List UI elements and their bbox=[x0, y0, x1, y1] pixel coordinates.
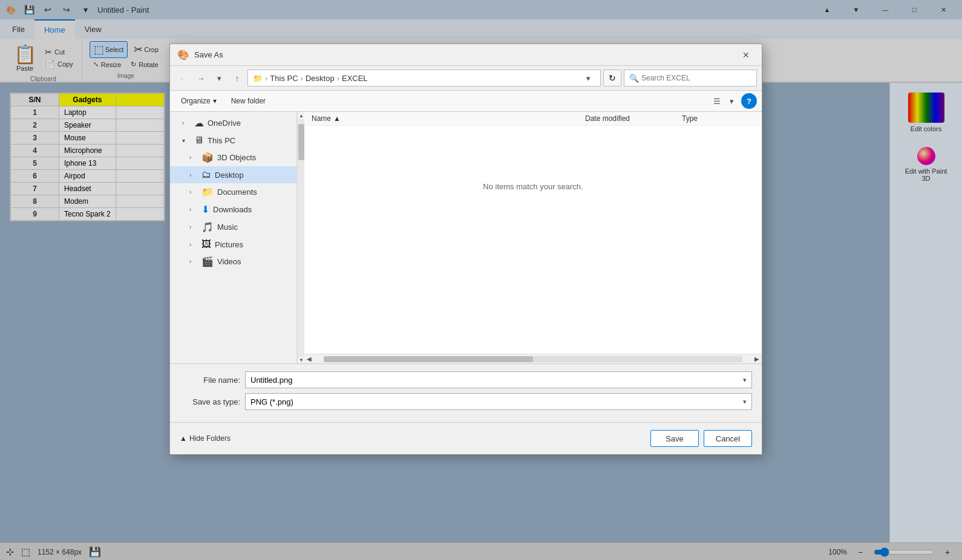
cancel-btn[interactable]: Cancel bbox=[704, 430, 752, 447]
hide-folders-btn[interactable]: ▲ Hide Folders bbox=[180, 434, 231, 443]
search-input[interactable] bbox=[641, 74, 751, 82]
h-scroll-right[interactable]: ▶ bbox=[752, 354, 762, 364]
save-btn[interactable]: Save bbox=[650, 430, 699, 447]
expand-desktop: › bbox=[189, 172, 198, 178]
refresh-btn[interactable]: ↻ bbox=[603, 70, 621, 86]
3dobjects-label: 3D Objects bbox=[217, 153, 256, 162]
dialog-title-icon: 🎨 bbox=[177, 49, 189, 60]
desktop-icon: 🗂 bbox=[201, 169, 211, 180]
filename-label: File name: bbox=[180, 376, 240, 385]
dialog-close-btn[interactable]: ✕ bbox=[738, 48, 754, 62]
scroll-thumb[interactable] bbox=[298, 124, 304, 160]
expand-3d: › bbox=[189, 154, 198, 161]
sidebar-item-pictures[interactable]: › 🖼 Pictures bbox=[170, 236, 296, 253]
view-list-btn[interactable]: ☰ bbox=[710, 94, 724, 108]
col-type[interactable]: Type bbox=[682, 114, 754, 123]
dialog-sidebar: › ☁ OneDrive ▾ 🖥 This PC › 📦 3D Objects … bbox=[170, 112, 297, 363]
sidebar-item-videos[interactable]: › 🎬 Videos bbox=[170, 253, 296, 270]
filename-value: Untitled.png bbox=[250, 376, 292, 385]
search-icon: 🔍 bbox=[629, 74, 639, 83]
savetype-label: Save as type: bbox=[180, 397, 240, 406]
filename-dropdown-icon: ▾ bbox=[743, 376, 747, 384]
videos-icon: 🎬 bbox=[201, 256, 214, 267]
organize-label: Organize bbox=[181, 97, 211, 105]
new-folder-label: New folder bbox=[231, 97, 266, 105]
savetype-value: PNG (*.png) bbox=[250, 397, 293, 406]
type-col-label: Type bbox=[682, 114, 698, 123]
scroll-down-btn[interactable]: ▼ bbox=[298, 356, 305, 363]
dialog-title-bar: 🎨 Save As ✕ bbox=[170, 44, 762, 66]
date-col-label: Date modified bbox=[585, 114, 630, 123]
sidebar-item-3dobjects[interactable]: › 📦 3D Objects bbox=[170, 149, 296, 166]
expand-docs: › bbox=[189, 189, 198, 195]
dialog-body: › ☁ OneDrive ▾ 🖥 This PC › 📦 3D Objects … bbox=[170, 112, 762, 363]
folder-icon: 📁 bbox=[253, 74, 263, 83]
sidebar-item-downloads[interactable]: › ⬇ Downloads bbox=[170, 201, 296, 218]
breadcrumb-excel[interactable]: EXCEL bbox=[342, 74, 368, 83]
view-dropdown-btn[interactable]: ▾ bbox=[724, 94, 739, 108]
savetype-dropdown-icon: ▾ bbox=[743, 398, 747, 406]
sidebar-item-desktop[interactable]: › 🗂 Desktop bbox=[170, 166, 296, 183]
address-dropdown-btn[interactable]: ▾ bbox=[581, 70, 595, 86]
up-dir-btn[interactable]: ↑ bbox=[229, 70, 245, 86]
dialog-filename-area: File name: Untitled.png ▾ Save as type: … bbox=[170, 363, 762, 422]
filename-row: File name: Untitled.png ▾ bbox=[180, 371, 752, 388]
expand-videos: › bbox=[189, 258, 198, 265]
dialog-action-btns: Save Cancel bbox=[650, 430, 752, 447]
toolbar-right: ☰ ▾ ? bbox=[710, 93, 757, 109]
breadcrumb-desktop[interactable]: Desktop bbox=[306, 74, 335, 83]
sidebar-item-onedrive[interactable]: › ☁ OneDrive bbox=[170, 114, 296, 132]
hide-folders-icon: ▲ bbox=[180, 434, 187, 443]
music-label: Music bbox=[217, 223, 238, 232]
onedrive-icon: ☁ bbox=[194, 117, 204, 129]
savetype-input[interactable]: PNG (*.png) ▾ bbox=[245, 393, 752, 410]
dropdown-recent-btn[interactable]: ▾ bbox=[211, 70, 227, 86]
dialog-title-text: Save As bbox=[194, 50, 733, 59]
expand-pics: › bbox=[189, 241, 198, 248]
address-bar[interactable]: 📁 › This PC › Desktop › EXCEL ▾ bbox=[247, 70, 601, 86]
filename-input[interactable]: Untitled.png ▾ bbox=[245, 371, 752, 388]
h-scroll-thumb[interactable] bbox=[324, 356, 533, 362]
breadcrumb-thispc[interactable]: This PC bbox=[270, 74, 298, 83]
music-icon: 🎵 bbox=[201, 221, 214, 233]
expand-icon: › bbox=[182, 120, 191, 126]
expand-dl: › bbox=[189, 206, 198, 213]
documents-label: Documents bbox=[217, 187, 257, 197]
sidebar-item-documents[interactable]: › 📁 Documents bbox=[170, 183, 296, 201]
help-btn[interactable]: ? bbox=[741, 93, 757, 109]
scroll-up-btn[interactable]: ▲ bbox=[298, 112, 305, 119]
thispc-icon: 🖥 bbox=[194, 135, 204, 146]
expand-music: › bbox=[189, 224, 198, 230]
search-box: 🔍 bbox=[624, 70, 757, 86]
horizontal-scrollbar[interactable]: ◀ ▶ bbox=[304, 354, 762, 363]
col-name[interactable]: Name ▲ bbox=[312, 114, 585, 123]
organize-btn[interactable]: Organize ▾ bbox=[175, 95, 223, 107]
no-items-message: No items match your search. bbox=[304, 126, 762, 247]
col-date[interactable]: Date modified bbox=[585, 114, 682, 123]
back-btn[interactable]: ← bbox=[175, 70, 191, 86]
3dobjects-icon: 📦 bbox=[201, 152, 214, 163]
desktop-label: Desktop bbox=[215, 171, 244, 180]
onedrive-label: OneDrive bbox=[208, 119, 241, 128]
new-folder-btn[interactable]: New folder bbox=[225, 95, 272, 107]
file-list-header: Name ▲ Date modified Type bbox=[304, 112, 762, 126]
pictures-icon: 🖼 bbox=[201, 239, 211, 250]
sidebar-scrollbar[interactable]: ▲ ▼ bbox=[297, 112, 304, 363]
thispc-label: This PC bbox=[208, 136, 235, 145]
h-scroll-left[interactable]: ◀ bbox=[304, 354, 314, 364]
documents-icon: 📁 bbox=[201, 186, 214, 198]
h-scroll-track bbox=[324, 356, 742, 362]
hide-folders-label: Hide Folders bbox=[189, 434, 231, 443]
sidebar-item-thispc[interactable]: ▾ 🖥 This PC bbox=[170, 132, 296, 149]
downloads-label: Downloads bbox=[213, 205, 252, 214]
downloads-icon: ⬇ bbox=[201, 204, 209, 215]
dialog-footer: ▲ Hide Folders Save Cancel bbox=[170, 422, 762, 454]
sidebar-item-music[interactable]: › 🎵 Music bbox=[170, 218, 296, 236]
forward-btn[interactable]: → bbox=[193, 70, 209, 86]
file-list-wrapper: Name ▲ Date modified Type No items match… bbox=[304, 112, 762, 363]
dialog-overlay: 🎨 Save As ✕ ← → ▾ ↑ 📁 › This PC › Deskto… bbox=[0, 0, 962, 560]
name-col-label: Name bbox=[312, 114, 331, 123]
sort-icon: ▲ bbox=[333, 114, 341, 123]
organize-dropdown-icon: ▾ bbox=[213, 97, 217, 105]
pictures-label: Pictures bbox=[215, 240, 243, 249]
